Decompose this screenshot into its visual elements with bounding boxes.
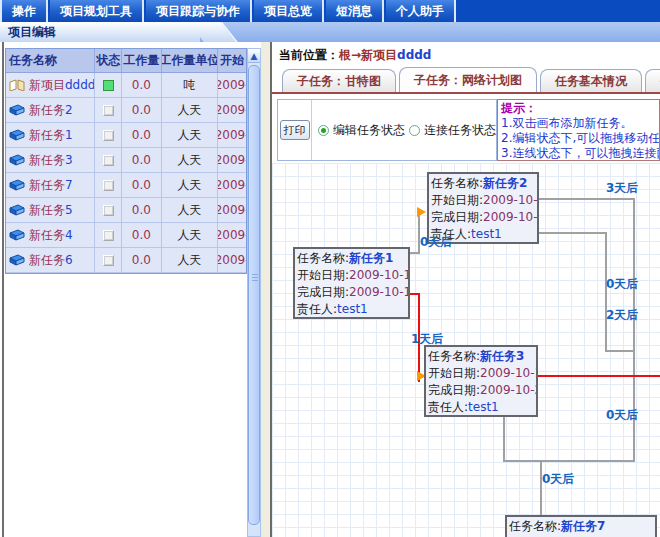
breadcrumb-project[interactable]: 新项目 bbox=[361, 48, 397, 62]
menu-item-assistant[interactable]: 个人助手 bbox=[386, 0, 456, 22]
edit-state-radio[interactable] bbox=[318, 125, 329, 136]
scrollbar-thumb[interactable] bbox=[248, 65, 260, 525]
node-finish-value: 2009-10-20 bbox=[480, 383, 538, 397]
link-state-label[interactable]: 连接任务状态 bbox=[424, 122, 496, 139]
table-row[interactable]: 新任务6 0.0 人天 2009- bbox=[6, 248, 246, 273]
status-indicator[interactable] bbox=[103, 180, 114, 191]
workload-unit-value: 人天 bbox=[162, 148, 219, 172]
node-finish-label: 完成日期: bbox=[428, 383, 480, 397]
node-finish-label: 完成日期: bbox=[431, 210, 483, 224]
tab-task-change[interactable]: 任务变 bbox=[645, 69, 660, 92]
breadcrumb-arrow-icon: → bbox=[351, 48, 361, 62]
tab-gantt[interactable]: 子任务：甘特图 bbox=[282, 69, 396, 92]
col-header-start[interactable]: 开始 bbox=[218, 49, 246, 72]
task-book-icon bbox=[9, 104, 25, 116]
tab-basic-info[interactable]: 任务基本情况 bbox=[540, 69, 642, 92]
node-owner-label: 责任人: bbox=[297, 302, 337, 316]
col-header-workload[interactable]: 工作量 bbox=[122, 49, 162, 72]
status-indicator[interactable] bbox=[103, 230, 114, 241]
connector-line bbox=[503, 460, 635, 462]
menu-item-messages[interactable]: 短消息 bbox=[326, 0, 384, 22]
lag-label: 0天后 bbox=[542, 471, 574, 488]
col-header-task-name[interactable]: 任务名称 bbox=[6, 49, 95, 72]
task-name[interactable]: 新项目dddd bbox=[29, 77, 95, 94]
status-indicator[interactable] bbox=[103, 155, 114, 166]
status-indicator[interactable] bbox=[103, 105, 114, 116]
status-indicator[interactable] bbox=[103, 255, 114, 266]
table-row[interactable]: 新任务4 0.0 人天 2009- bbox=[6, 223, 246, 248]
network-diagram-canvas[interactable]: 任务名称:新任务2 开始日期:2009-10-13 完成日期:2009-10-1… bbox=[272, 163, 660, 537]
lag-label: 2天后 bbox=[606, 307, 638, 324]
breadcrumb-label: 当前位置： bbox=[279, 48, 339, 62]
menubar: 操作 项目规划工具 项目跟踪与协作 项目总览 短消息 个人助手 bbox=[0, 0, 660, 22]
tab-network-plan[interactable]: 子任务：网络计划图 bbox=[399, 67, 537, 92]
table-row[interactable]: 新任务7 0.0 人天 2009- bbox=[6, 173, 246, 198]
task-name[interactable]: 新任务3 bbox=[29, 152, 73, 169]
lag-label: 0天后 bbox=[420, 234, 452, 251]
breadcrumb: 当前位置：根→新项目dddd bbox=[279, 47, 431, 63]
status-indicator[interactable] bbox=[103, 80, 114, 91]
task-node[interactable]: 任务名称:新任务1 开始日期:2009-10-13 完成日期:2009-10-1… bbox=[293, 247, 410, 319]
node-owner-label: 责任人: bbox=[428, 400, 468, 414]
link-state-radio[interactable] bbox=[409, 125, 420, 136]
project-icon bbox=[9, 79, 25, 91]
table-row[interactable]: 新任务1 0.0 人天 2009- bbox=[6, 123, 246, 148]
edit-state-label[interactable]: 编辑任务状态 bbox=[333, 122, 405, 139]
col-header-status[interactable]: 状态 bbox=[95, 49, 122, 72]
start-value: 2009- bbox=[218, 148, 246, 172]
workload-value: 0.0 bbox=[122, 173, 162, 197]
connector-line bbox=[503, 417, 505, 460]
workload-value: 0.0 bbox=[122, 248, 162, 272]
workload-value: 0.0 bbox=[122, 148, 162, 172]
workload-value: 0.0 bbox=[122, 98, 162, 122]
task-node[interactable]: 任务名称:新任务7 开始日期:2009-10-20 bbox=[505, 515, 657, 537]
task-name[interactable]: 新任务7 bbox=[29, 177, 73, 194]
start-value: 2009- bbox=[218, 73, 246, 97]
table-row[interactable]: 新任务3 0.0 人天 2009- bbox=[6, 148, 246, 173]
status-indicator[interactable] bbox=[103, 205, 114, 216]
task-name[interactable]: 新任务6 bbox=[29, 252, 73, 269]
menu-item-project-overview[interactable]: 项目总览 bbox=[254, 0, 324, 22]
workload-value: 0.0 bbox=[122, 198, 162, 222]
table-scrollbar[interactable]: ▲ bbox=[247, 48, 261, 537]
task-node[interactable]: 任务名称:新任务3 开始日期:2009-10-14 完成日期:2009-10-2… bbox=[424, 345, 538, 417]
breadcrumb-root[interactable]: 根 bbox=[339, 48, 351, 62]
task-book-icon bbox=[9, 204, 25, 216]
workload-unit-value: 人天 bbox=[162, 198, 219, 222]
breadcrumb-project-id[interactable]: dddd bbox=[397, 48, 431, 62]
col-header-workload-unit[interactable]: 工作量单位 bbox=[162, 49, 219, 72]
node-owner-value: test1 bbox=[468, 400, 499, 414]
right-panel: 当前位置：根→新项目dddd 子任务：甘特图 子任务：网络计划图 任务基本情况 … bbox=[272, 42, 660, 537]
table-row[interactable]: 新任务2 0.0 人天 2009- bbox=[6, 98, 246, 123]
node-owner-value: test1 bbox=[471, 227, 502, 241]
table-row[interactable]: 新项目dddd 0.0 吨 2009- bbox=[6, 73, 246, 98]
task-table: 任务名称 状态 工作量 工作量单位 开始 新项目dddd 0.0 吨 2009-… bbox=[5, 48, 247, 274]
print-button[interactable]: 打印 bbox=[280, 120, 310, 140]
task-book-icon bbox=[9, 179, 25, 191]
menu-item-planning-tools[interactable]: 项目规划工具 bbox=[50, 0, 144, 22]
workload-value: 0.0 bbox=[122, 123, 162, 147]
task-name[interactable]: 新任务2 bbox=[29, 102, 73, 119]
start-value: 2009- bbox=[218, 223, 246, 247]
node-start-label: 开始日期: bbox=[431, 193, 483, 207]
connector-line-selected[interactable] bbox=[538, 375, 660, 377]
node-name-label: 任务名称: bbox=[431, 176, 483, 190]
workload-unit-value: 吨 bbox=[162, 73, 219, 97]
scroll-up-icon[interactable]: ▲ bbox=[248, 49, 260, 63]
task-name[interactable]: 新任务4 bbox=[29, 227, 73, 244]
status-indicator[interactable] bbox=[103, 130, 114, 141]
start-value: 2009- bbox=[218, 248, 246, 272]
task-name[interactable]: 新任务1 bbox=[29, 127, 73, 144]
panel-splitter[interactable] bbox=[261, 42, 272, 537]
node-start-label: 开始日期: bbox=[428, 366, 480, 380]
node-name-value: 新任务1 bbox=[349, 251, 393, 265]
menu-item-tracking-collab[interactable]: 项目跟踪与协作 bbox=[146, 0, 252, 22]
table-row[interactable]: 新任务5 0.0 人天 2009- bbox=[6, 198, 246, 223]
task-name[interactable]: 新任务5 bbox=[29, 202, 73, 219]
menu-item-operations[interactable]: 操作 bbox=[0, 0, 48, 22]
node-name-value: 新任务2 bbox=[483, 176, 527, 190]
connector-line bbox=[633, 198, 635, 352]
task-book-icon bbox=[9, 254, 25, 266]
hint-line: 2.编辑状态下,可以拖拽移动任务框 bbox=[501, 131, 659, 146]
connector-arrow-icon bbox=[417, 207, 426, 217]
